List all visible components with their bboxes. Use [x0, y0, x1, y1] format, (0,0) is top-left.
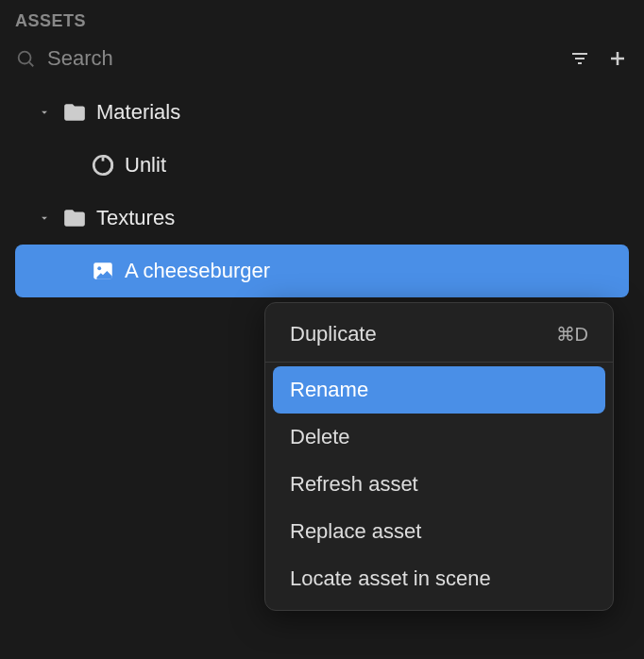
svg-point-0	[19, 52, 31, 64]
folder-icon	[62, 206, 87, 230]
svg-line-1	[29, 62, 33, 66]
tree-item-label: Unlit	[125, 153, 166, 177]
menu-shortcut: ⌘D	[556, 323, 588, 346]
tree-item-cheeseburger[interactable]: A cheeseburger	[15, 245, 629, 297]
search-row	[0, 39, 644, 78]
header-actions	[568, 47, 629, 70]
menu-item-locate-asset[interactable]: Locate asset in scene	[273, 555, 605, 602]
search-icon	[15, 48, 36, 69]
tree-folder-materials[interactable]: Materials	[0, 86, 644, 139]
menu-item-label: Delete	[290, 425, 350, 449]
menu-item-label: Refresh asset	[290, 472, 418, 497]
menu-item-delete[interactable]: Delete	[273, 414, 605, 461]
material-icon	[91, 153, 115, 177]
menu-item-replace-asset[interactable]: Replace asset	[273, 508, 605, 555]
add-icon[interactable]	[606, 47, 629, 70]
menu-item-label: Locate asset in scene	[290, 566, 491, 591]
tree-item-label: Textures	[96, 206, 175, 230]
menu-item-duplicate[interactable]: Duplicate ⌘D	[273, 311, 605, 358]
search-container[interactable]	[15, 46, 557, 71]
tree-folder-textures[interactable]: Textures	[0, 192, 644, 245]
folder-icon	[62, 100, 87, 125]
menu-item-refresh-asset[interactable]: Refresh asset	[273, 461, 605, 508]
chevron-down-icon[interactable]	[38, 106, 53, 119]
search-input[interactable]	[47, 46, 557, 71]
image-icon	[91, 259, 115, 283]
menu-item-rename[interactable]: Rename	[273, 366, 605, 414]
panel-title: ASSETS	[0, 0, 644, 39]
filter-icon[interactable]	[568, 47, 591, 70]
tree-item-unlit[interactable]: Unlit	[0, 139, 644, 192]
chevron-down-icon[interactable]	[38, 211, 53, 225]
context-menu: Duplicate ⌘D Rename Delete Refresh asset…	[264, 302, 614, 611]
menu-divider	[265, 362, 613, 363]
menu-item-label: Duplicate	[290, 322, 377, 346]
tree-item-label: A cheeseburger	[125, 259, 270, 283]
asset-tree: Materials Unlit Textures	[0, 78, 644, 297]
tree-item-label: Materials	[96, 100, 180, 125]
menu-item-label: Replace asset	[290, 519, 421, 544]
svg-point-10	[97, 266, 101, 270]
menu-item-label: Rename	[290, 378, 368, 402]
